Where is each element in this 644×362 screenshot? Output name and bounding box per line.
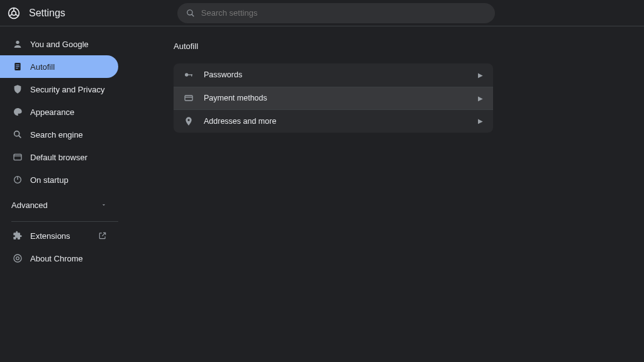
svg-point-5 <box>187 9 192 14</box>
row-addresses-and-more[interactable]: Addresses and more ▶ <box>174 109 493 133</box>
page-title: Autofill <box>174 41 644 51</box>
svg-rect-11 <box>16 68 18 69</box>
sidebar-item-label: Security and Privacy <box>30 85 105 94</box>
power-icon <box>11 175 24 185</box>
chevron-down-icon <box>101 202 107 208</box>
search-input[interactable] <box>201 8 486 18</box>
key-icon <box>184 70 196 80</box>
sidebar-item-label: On startup <box>30 175 69 185</box>
top-bar: Settings <box>0 0 644 26</box>
settings-card: Passwords ▶ Payment methods ▶ Addresses … <box>174 63 493 133</box>
row-passwords[interactable]: Passwords ▶ <box>174 63 493 87</box>
svg-rect-14 <box>14 154 21 160</box>
svg-rect-10 <box>16 66 19 67</box>
sidebar-item-label: Search engine <box>30 130 83 140</box>
sidebar-item-you-and-google[interactable]: You and Google <box>0 33 118 55</box>
svg-rect-23 <box>185 96 192 101</box>
sidebar: You and Google Autofill Security and Pri… <box>0 26 148 362</box>
sidebar-item-label: Autofill <box>30 62 55 72</box>
svg-point-7 <box>16 41 19 44</box>
location-icon <box>184 116 196 126</box>
sidebar-advanced-toggle[interactable]: Advanced <box>0 191 118 219</box>
sidebar-item-security-and-privacy[interactable]: Security and Privacy <box>0 78 118 101</box>
sidebar-item-label: Extensions <box>30 231 70 241</box>
row-label: Passwords <box>204 70 478 79</box>
extension-icon <box>11 231 24 241</box>
sidebar-item-appearance[interactable]: Appearance <box>0 101 118 123</box>
svg-point-12 <box>14 131 19 136</box>
sidebar-item-label: Appearance <box>30 107 74 117</box>
svg-rect-9 <box>16 65 19 65</box>
svg-line-6 <box>192 14 194 16</box>
sidebar-item-default-browser[interactable]: Default browser <box>0 146 118 168</box>
chrome-icon <box>11 253 24 263</box>
person-icon <box>11 39 24 49</box>
sidebar-item-label: Default browser <box>30 153 87 162</box>
sidebar-item-extensions[interactable]: Extensions <box>0 224 118 247</box>
sidebar-item-label: You and Google <box>30 40 89 49</box>
search-icon <box>11 129 24 140</box>
svg-point-19 <box>16 257 19 260</box>
row-label: Addresses and more <box>204 117 478 126</box>
row-payment-methods[interactable]: Payment methods ▶ <box>174 87 493 110</box>
row-label: Payment methods <box>204 94 478 102</box>
sidebar-item-on-startup[interactable]: On startup <box>0 168 118 191</box>
chrome-logo-icon <box>8 7 20 19</box>
chevron-right-icon: ▶ <box>478 118 483 124</box>
sidebar-item-autofill[interactable]: Autofill <box>0 55 118 78</box>
chevron-right-icon: ▶ <box>478 72 483 79</box>
autofill-icon <box>11 62 24 72</box>
external-link-icon <box>98 231 107 240</box>
credit-card-icon <box>184 93 196 103</box>
search-icon <box>186 9 195 18</box>
page-heading: Settings <box>29 8 65 19</box>
search-box[interactable] <box>177 3 495 23</box>
svg-line-4 <box>9 14 13 16</box>
chevron-right-icon: ▶ <box>478 95 483 102</box>
svg-point-20 <box>185 74 188 77</box>
advanced-label: Advanced <box>11 200 48 210</box>
shield-icon <box>11 84 24 94</box>
sidebar-item-about-chrome[interactable]: About Chrome <box>0 247 118 270</box>
sidebar-item-search-engine[interactable]: Search engine <box>0 123 118 146</box>
palette-icon <box>11 107 24 117</box>
svg-line-13 <box>19 136 21 138</box>
browser-icon <box>11 152 24 162</box>
sidebar-divider <box>11 221 118 222</box>
main-content: Autofill Passwords ▶ Payment methods ▶ A… <box>148 26 644 362</box>
svg-line-3 <box>16 14 19 16</box>
svg-point-18 <box>14 255 21 262</box>
svg-rect-22 <box>191 75 192 77</box>
sidebar-item-label: About Chrome <box>30 254 83 263</box>
